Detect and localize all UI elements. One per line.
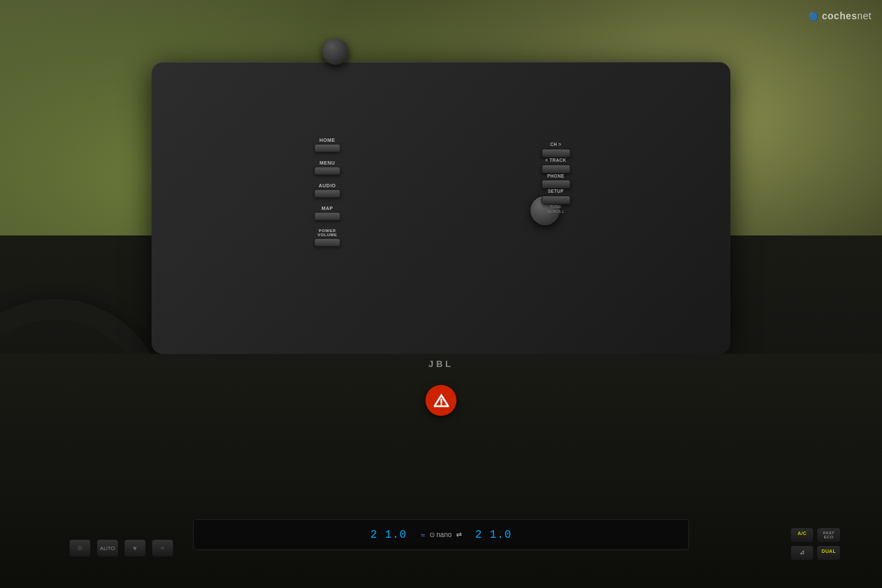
defrost-front-button[interactable]: ⊙ bbox=[69, 539, 91, 557]
tune-scroll-control: TUNESCROLL bbox=[547, 204, 564, 213]
jbl-label: JBL bbox=[429, 359, 454, 369]
head-unit: HOME MENU AUDIO MAP POWERVOLUME bbox=[152, 62, 730, 354]
power-volume-label: POWERVOLUME bbox=[318, 229, 338, 237]
defrost-rear-button[interactable]: ≈ bbox=[152, 539, 174, 557]
ch-label: CH > bbox=[550, 142, 561, 147]
menu-label: MENU bbox=[320, 160, 336, 165]
watermark-icon: 🔵 bbox=[808, 12, 819, 21]
climate-mode-icon: ⊙ nano bbox=[429, 531, 452, 538]
fan-down-button[interactable]: ▾ bbox=[124, 539, 146, 557]
audio-control: AUDIO bbox=[310, 183, 345, 198]
home-button[interactable] bbox=[314, 144, 340, 152]
right-controls-panel: CH > < TRACK PHONE SETUP TUNESCROLL bbox=[537, 136, 575, 147]
watermark: 🔵 cochesnet bbox=[808, 10, 872, 21]
ch-button[interactable] bbox=[542, 149, 571, 158]
volume-knob[interactable] bbox=[322, 39, 349, 65]
tune-scroll-label: TUNESCROLL bbox=[547, 204, 564, 213]
setup-control: SETUP bbox=[542, 189, 571, 204]
watermark-text: cochesnet bbox=[822, 10, 872, 21]
hazard-triangle-icon bbox=[433, 394, 449, 408]
climate-control-buttons: ⊙ AUTO ▾ ≈ bbox=[69, 539, 174, 557]
track-label: < TRACK bbox=[545, 158, 566, 163]
track-control: < TRACK bbox=[542, 158, 571, 174]
menu-control: MENU bbox=[310, 160, 345, 175]
setup-button[interactable] bbox=[542, 196, 571, 204]
track-button[interactable] bbox=[542, 165, 571, 174]
map-button[interactable] bbox=[314, 212, 340, 220]
dual-button[interactable]: DUAL bbox=[817, 545, 841, 560]
hazard-button[interactable] bbox=[426, 385, 457, 416]
svg-point-2 bbox=[440, 403, 442, 405]
ac-buttons-panel: A/C FASTECO ⊿ DUAL bbox=[790, 527, 841, 560]
phone-hw-button[interactable] bbox=[542, 180, 571, 189]
climate-recirculate-icon: ⇄ bbox=[456, 531, 462, 538]
home-label: HOME bbox=[320, 138, 336, 143]
defrost-button[interactable]: ⊿ bbox=[790, 545, 814, 560]
setup-label: SETUP bbox=[548, 189, 564, 194]
map-label: MAP bbox=[321, 206, 333, 211]
map-control: MAP bbox=[310, 206, 345, 220]
left-controls-panel: HOME MENU AUDIO MAP POWERVOLUME bbox=[310, 138, 345, 249]
climate-display: 2 1.0 ≈ ⊙ nano ⇄ 2 1.0 bbox=[193, 519, 689, 550]
climate-center-icons: ≈ ⊙ nano ⇄ bbox=[420, 531, 461, 539]
audio-label: AUDIO bbox=[318, 183, 336, 188]
phone-control: PHONE bbox=[542, 174, 571, 189]
ac-button[interactable]: A/C bbox=[790, 527, 814, 543]
power-volume-button[interactable] bbox=[314, 238, 340, 246]
power-volume-control: POWERVOLUME bbox=[310, 229, 345, 246]
phone-hw-label: PHONE bbox=[547, 174, 564, 179]
fan-icon: ≈ bbox=[420, 531, 424, 539]
ch-control: CH > bbox=[542, 142, 571, 158]
fast-eco-button[interactable]: FASTECO bbox=[817, 527, 841, 543]
menu-button[interactable] bbox=[314, 167, 340, 175]
auto-button[interactable]: AUTO bbox=[96, 539, 119, 557]
home-control: HOME bbox=[310, 138, 345, 152]
climate-temp-left: 2 1.0 bbox=[370, 529, 407, 541]
center-console: 2 1.0 ≈ ⊙ nano ⇄ 2 1.0 ⊙ AUTO ▾ ≈ A/C FA… bbox=[0, 354, 882, 588]
audio-button[interactable] bbox=[314, 189, 340, 198]
climate-temp-right: 2 1.0 bbox=[475, 529, 512, 541]
